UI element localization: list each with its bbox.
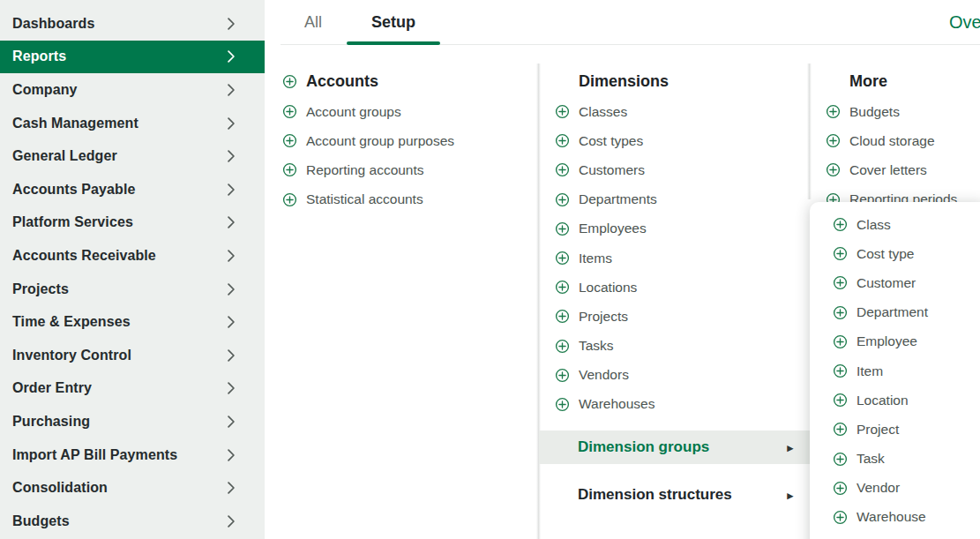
dimension-structures-item[interactable]: Dimension structures ▸ [539, 478, 810, 512]
sidebar-item[interactable]: Consolidation [0, 471, 265, 505]
plus-circle-icon [555, 397, 570, 412]
menu-item[interactable]: Account group purposes [282, 126, 534, 155]
flyout-item-label: Project [857, 422, 899, 438]
flyout-item-label: Department [857, 304, 928, 320]
chevron-right-icon [227, 216, 236, 228]
sidebar-item[interactable]: Import AP Bill Payments [0, 438, 265, 472]
plus-circle-icon [833, 334, 848, 349]
accounts-header[interactable]: Accounts [282, 65, 534, 97]
plus-circle-icon [826, 104, 841, 119]
menu-item[interactable]: Locations [555, 273, 802, 302]
dimensions-header-label: Dimensions [579, 72, 669, 91]
menu-item[interactable]: Cloud storage [826, 126, 977, 155]
sidebar-item[interactable]: Budgets [0, 505, 265, 538]
flyout-item[interactable]: Cost type [833, 239, 980, 268]
menu-item[interactable]: Reporting accounts [282, 155, 534, 184]
menu-item[interactable]: Warehouses [555, 390, 802, 419]
flyout-item[interactable]: Class [833, 210, 980, 239]
tab-label: Setup [371, 13, 415, 32]
sidebar-item[interactable]: Projects [0, 273, 265, 306]
plus-circle-icon [282, 74, 297, 89]
dimensions-column: Dimensions Classes Cost types Customers [555, 65, 802, 419]
plus-circle-icon [833, 363, 848, 378]
plus-circle-icon [833, 510, 848, 525]
flyout-item[interactable]: Warehouse [833, 503, 980, 532]
sidebar-item[interactable]: Accounts Receivable [0, 239, 265, 273]
tab[interactable]: Setup [347, 0, 440, 45]
menu-item[interactable]: Employees [555, 214, 802, 243]
flyout-item[interactable]: Vendor [833, 474, 980, 503]
sidebar-item[interactable]: Inventory Control [0, 339, 265, 372]
sidebar-item[interactable]: Cash Management [0, 107, 265, 140]
more-items: Budgets Cloud storage Cover letters Repo… [826, 97, 977, 214]
plus-circle-icon [282, 162, 297, 177]
plus-circle-icon [833, 305, 848, 320]
flyout-item[interactable]: Customer [833, 268, 980, 297]
plus-circle-icon [555, 339, 570, 354]
menu-item[interactable]: Tasks [555, 332, 802, 361]
flyout-item[interactable]: Task [833, 445, 980, 474]
menu-item[interactable]: Departments [555, 185, 802, 214]
overview-link[interactable]: Overview [949, 0, 980, 44]
menu-item-label: Cloud storage [849, 133, 935, 149]
sidebar-item-label: Platform Services [12, 214, 227, 230]
menu-item-label: Vendors [579, 367, 629, 383]
sidebar-item-label: Accounts Receivable [12, 248, 227, 264]
sidebar-item[interactable]: General Ledger [0, 139, 265, 173]
menu-item-label: Employees [579, 221, 647, 236]
sidebar-item[interactable]: Reports [0, 41, 265, 74]
sidebar-item-label: Dashboards [12, 16, 227, 32]
plus-circle-icon [555, 251, 570, 266]
plus-circle-icon [833, 217, 848, 232]
menu-item[interactable]: Account groups [282, 97, 534, 126]
menu-item[interactable]: Items [555, 243, 802, 273]
menu-item[interactable]: Budgets [826, 97, 977, 126]
plus-circle-icon [833, 422, 848, 437]
dimension-structures-label: Dimension structures [578, 486, 732, 504]
menu-item[interactable]: Cost types [555, 126, 802, 155]
menu-item[interactable]: Classes [555, 97, 802, 126]
dimensions-items: Classes Cost types Customers Departments [555, 97, 802, 419]
flyout-item-label: Vendor [857, 480, 900, 496]
sidebar-item[interactable]: Accounts Payable [0, 173, 265, 206]
plus-circle-icon [555, 280, 570, 295]
menu-item[interactable]: Customers [555, 155, 802, 184]
dimension-groups-item[interactable]: Dimension groups ▸ [539, 430, 810, 464]
sidebar-item[interactable]: Time & Expenses [0, 305, 265, 339]
plus-circle-icon [833, 393, 848, 408]
submenu-arrow-icon: ▸ [787, 442, 793, 453]
sidebar-item[interactable]: Order Entry [0, 372, 265, 406]
sidebar-item-label: Consolidation [12, 480, 227, 496]
flyout-item[interactable]: Location [833, 386, 980, 415]
accounts-column: Accounts Account groups Account group pu… [282, 65, 534, 214]
sidebar-item-label: Order Entry [12, 380, 227, 396]
plus-circle-icon [555, 133, 570, 148]
menu-item-label: Classes [579, 104, 627, 120]
plus-circle-icon [555, 192, 570, 207]
chevron-right-icon [227, 283, 236, 296]
submenu-arrow-icon: ▸ [787, 490, 793, 501]
sidebar-item[interactable]: Company [0, 73, 265, 107]
sidebar-item[interactable]: Purchasing [0, 405, 265, 438]
menu-item[interactable]: Cover letters [826, 155, 977, 184]
chevron-right-icon [227, 183, 236, 196]
sidebar-item-label: Purchasing [12, 414, 227, 430]
plus-circle-icon [833, 246, 848, 261]
menu-item[interactable]: Vendors [555, 361, 802, 390]
plus-circle-icon [282, 192, 297, 207]
sidebar-item[interactable]: Platform Services [0, 206, 265, 240]
flyout-item-label: Item [857, 363, 883, 379]
chevron-right-icon [227, 349, 236, 362]
flyout-item[interactable]: Department [833, 298, 980, 327]
flyout-item[interactable]: Project [833, 415, 980, 444]
overview-link-label: Overview [949, 12, 980, 33]
sidebar-item-label: Time & Expenses [12, 314, 227, 330]
more-column: More Budgets Cloud storage Cover letters [826, 65, 977, 214]
plus-circle-icon [833, 452, 848, 467]
flyout-item[interactable]: Item [833, 356, 980, 386]
flyout-item[interactable]: Employee [833, 327, 980, 356]
menu-item[interactable]: Statistical accounts [282, 185, 534, 214]
sidebar-item[interactable]: Dashboards [0, 7, 265, 41]
menu-item[interactable]: Projects [555, 302, 802, 331]
tab[interactable]: All [280, 0, 347, 45]
